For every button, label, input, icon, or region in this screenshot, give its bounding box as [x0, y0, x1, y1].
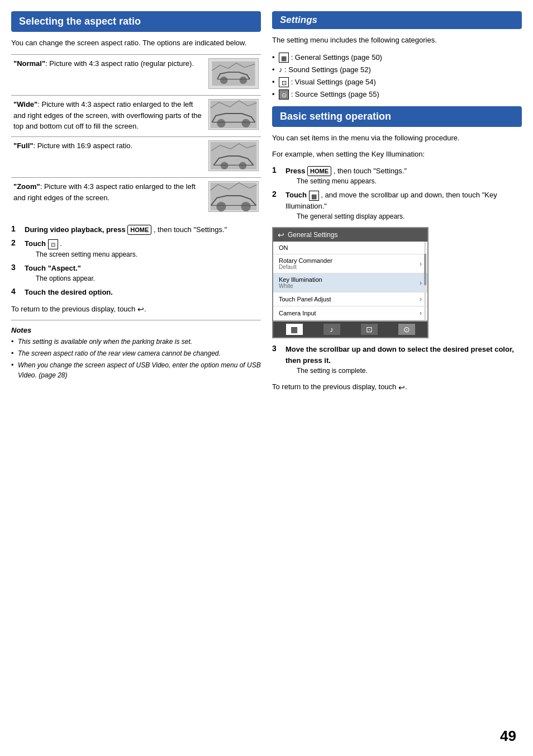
note-3: When you change the screen aspect of USB…: [11, 360, 261, 380]
step-1: 1 During video playback, press HOME , th…: [11, 224, 261, 235]
general-settings-icon: ▦: [309, 191, 319, 201]
step-4-bold: Touch the desired option.: [25, 288, 113, 296]
notes-list: This setting is available only when the …: [11, 337, 261, 380]
svg-point-3: [240, 76, 247, 83]
left-section-header: Selecting the aspect ratio: [11, 11, 261, 32]
menu-bottom-bar: ▦ ♪ ⊡ ⊙: [273, 320, 427, 337]
settings-section-header: Settings: [272, 11, 522, 29]
aspect-wide-desc: "Wide": Picture with 4:3 aspect ratio en…: [11, 96, 204, 137]
svg-point-10: [221, 162, 228, 169]
step-2-bold: Touch: [25, 239, 46, 248]
left-column: Selecting the aspect ratio You can chang…: [11, 11, 261, 397]
svg-point-7: [241, 119, 250, 127]
menu-camera-label: Camera Input: [279, 310, 316, 316]
menu-row-on: ON: [273, 242, 427, 254]
basic-step-3-sub: The setting is complete.: [297, 366, 522, 376]
aspect-normal-img: [204, 54, 261, 96]
step-2-sub: The screen setting menu appears.: [36, 249, 137, 259]
scrollbar-track: [424, 242, 426, 320]
table-row: "Wide": Picture with 4:3 aspect ratio en…: [11, 96, 261, 137]
aspect-full-desc: "Full": Picture with 16:9 aspect ratio.: [11, 136, 204, 178]
home-key-2: HOME: [307, 166, 331, 177]
aspect-wide-img: [204, 96, 261, 137]
step-1-bold: During video playback, press: [25, 225, 126, 234]
return-text-left: To return to the previous display, touch…: [11, 304, 261, 315]
chevron-touch: ›: [420, 295, 422, 303]
settings-intro: The setting menu includes the following …: [272, 35, 522, 46]
step-3-sub: The options appear.: [36, 273, 95, 284]
basic-step-1-bold: Press: [285, 167, 305, 175]
menu-row-camera: Camera Input ›: [273, 306, 427, 320]
page-number: 49: [500, 727, 516, 745]
aspect-full-img: [204, 136, 261, 178]
step-2-num: 2: [11, 238, 22, 247]
menu-row-key: Key Illumination White ›: [273, 273, 427, 292]
menu-key-value: White: [279, 283, 322, 289]
scrollbar-thumb: [424, 254, 426, 285]
notes-section: Notes This setting is available only whe…: [11, 326, 261, 380]
step-4: 4 Touch the desired option.: [11, 287, 261, 298]
general-icon: ▦: [279, 53, 289, 63]
menu-rotary-label: Rotary Commander: [279, 257, 332, 264]
bottom-source-icon: ⊙: [398, 324, 415, 335]
step-1-content: During video playback, press HOME , then…: [25, 224, 227, 235]
step-3-bold: Touch "Aspect.": [25, 264, 81, 272]
basic-intro: You can set items in the menu via the fo…: [272, 133, 522, 144]
basic-step-2-content: Touch ▦ , and move the scrollbar up and …: [285, 190, 522, 221]
svg-point-15: [241, 202, 250, 211]
aspect-zoom-label: "Zoom": [13, 182, 40, 191]
sound-icon: ♪: [279, 65, 283, 74]
basic-example: For example, when setting the Key Illumi…: [272, 149, 522, 160]
menu-key-label: Key Illumination: [279, 276, 322, 283]
return-icon-left: ↩: [137, 304, 144, 315]
menu-row-rotary: Rotary Commander Default ›: [273, 254, 427, 273]
step-2-content: Touch ⊡ . The screen setting menu appear…: [25, 238, 137, 259]
divider-left: [11, 320, 261, 320]
aspect-zoom-img: [204, 178, 261, 219]
return-text-right: To return to the previous display, touch…: [272, 381, 522, 393]
basic-step-2-bold: Touch: [285, 191, 307, 199]
basic-step-1-num: 1: [272, 166, 283, 174]
bottom-visual-icon: ⊡: [361, 324, 378, 335]
basic-step-3: 3 Move the scrollbar up and down to sele…: [272, 344, 522, 376]
step-2: 2 Touch ⊡ . The screen setting menu appe…: [11, 238, 261, 259]
basic-step-3-area: 3 Move the scrollbar up and down to sele…: [272, 344, 522, 376]
menu-touch-label: Touch Panel Adjust: [279, 296, 331, 303]
aspect-zoom-desc: "Zoom": Picture with 4:3 aspect ratio en…: [11, 178, 204, 219]
left-intro: You can change the screen aspect ratio. …: [11, 37, 261, 49]
bullet-2: ♪ : Sound Settings (page 52): [272, 64, 522, 76]
basic-step-2: 2 Touch ▦ , and move the scrollbar up an…: [272, 190, 522, 221]
back-arrow-icon: ↩: [278, 230, 284, 239]
notes-title: Notes: [11, 326, 261, 334]
menu-rows-container: ON Rotary Commander Default › Key Illumi…: [273, 242, 427, 320]
bullet-4: ⊙ : Source Settings (page 55): [272, 88, 522, 101]
settings-bullets: ▦ : General Settings (page 50) ♪ : Sound…: [272, 51, 522, 101]
step-3: 3 Touch "Aspect." The options appear.: [11, 263, 261, 284]
bottom-general-icon: ▦: [286, 324, 303, 335]
step-4-content: Touch the desired option.: [25, 287, 113, 298]
svg-point-14: [216, 202, 226, 211]
menu-header-bar: ↩ General Settings: [273, 228, 427, 242]
step-4-num: 4: [11, 287, 22, 296]
basic-step-1: 1 Press HOME , then touch "Settings." Th…: [272, 166, 522, 187]
basic-steps-list: 1 Press HOME , then touch "Settings." Th…: [272, 166, 522, 222]
visual-icon-1: ⊡: [48, 239, 58, 249]
note-2: The screen aspect ratio of the rear view…: [11, 348, 261, 358]
step-3-content: Touch "Aspect." The options appear.: [25, 263, 95, 284]
aspect-table: "Normal": Picture with 4:3 aspect ratio …: [11, 54, 261, 219]
bottom-sound-icon: ♪: [323, 324, 340, 335]
chevron-rotary: ›: [420, 260, 422, 268]
home-key-1: HOME: [127, 225, 151, 235]
menu-row-touch: Touch Panel Adjust ›: [273, 292, 427, 306]
right-column: Settings The setting menu includes the f…: [272, 11, 522, 397]
menu-rotary-value: Default: [279, 264, 332, 270]
menu-on-label: ON: [279, 244, 288, 251]
aspect-wide-label: "Wide": [13, 100, 37, 108]
aspect-full-label: "Full": [13, 141, 33, 150]
chevron-key: ›: [420, 279, 422, 287]
basic-step-1-sub: The setting menu appears.: [297, 176, 407, 186]
basic-setting-header: Basic setting operation: [272, 106, 522, 127]
basic-step-3-bold: Move the scrollbar up and down to select…: [285, 345, 514, 365]
basic-step-2-num: 2: [272, 190, 283, 199]
basic-step-1-content: Press HOME , then touch "Settings." The …: [285, 166, 407, 187]
